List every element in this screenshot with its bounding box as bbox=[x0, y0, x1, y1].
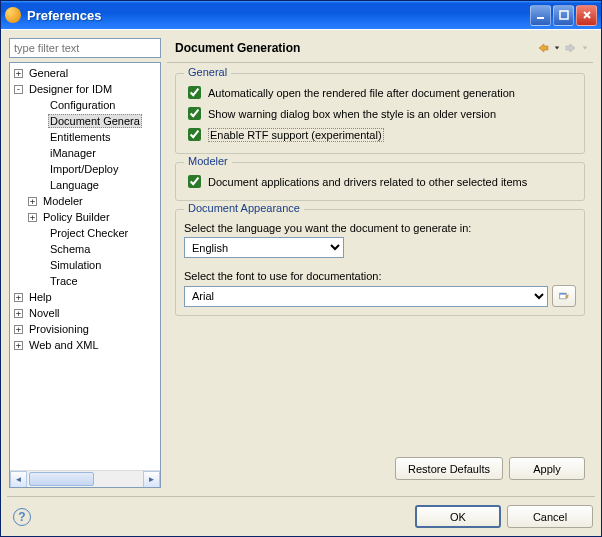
tree-item-label: General bbox=[27, 67, 70, 79]
tree-item-label: Web and XML bbox=[27, 339, 101, 351]
tree-item[interactable]: Schema bbox=[10, 241, 160, 257]
show-warning-label: Show warning dialog box when the style i… bbox=[208, 108, 496, 120]
scroll-right-button[interactable]: ► bbox=[143, 471, 160, 488]
close-button[interactable] bbox=[576, 5, 597, 26]
tree-item[interactable]: -Designer for IDM bbox=[10, 81, 160, 97]
tree-item-label: Document Genera bbox=[48, 114, 142, 128]
cancel-button[interactable]: Cancel bbox=[507, 505, 593, 528]
tree-item[interactable]: +Modeler bbox=[10, 193, 160, 209]
tree-item[interactable]: +Help bbox=[10, 289, 160, 305]
restore-defaults-button[interactable]: Restore Defaults bbox=[395, 457, 503, 480]
tree-item[interactable]: Entitlements bbox=[10, 129, 160, 145]
window-title: Preferences bbox=[27, 8, 530, 23]
tree-item[interactable]: +Policy Builder bbox=[10, 209, 160, 225]
content: +General-Designer for IDMConfigurationDo… bbox=[1, 29, 601, 536]
tree-item-label: Novell bbox=[27, 307, 62, 319]
document-apps-label: Document applications and drivers relate… bbox=[208, 176, 527, 188]
expand-icon[interactable]: + bbox=[14, 341, 23, 350]
tree-item-label: Schema bbox=[48, 243, 92, 255]
auto-open-checkbox-row[interactable]: Automatically open the rendered file aft… bbox=[184, 82, 576, 103]
titlebar[interactable]: Preferences bbox=[1, 1, 601, 29]
expand-icon[interactable]: + bbox=[28, 213, 37, 222]
tree-item-label: iManager bbox=[48, 147, 98, 159]
tree-item-label: Language bbox=[48, 179, 101, 191]
group-appearance-label: Document Appearance bbox=[184, 202, 304, 214]
tree-item[interactable]: Configuration bbox=[10, 97, 160, 113]
tree-item[interactable]: iManager bbox=[10, 145, 160, 161]
tree-item[interactable]: +Web and XML bbox=[10, 337, 160, 353]
expand-icon[interactable]: + bbox=[14, 309, 23, 318]
minimize-button[interactable] bbox=[530, 5, 551, 26]
group-general: General Automatically open the rendered … bbox=[175, 73, 585, 154]
tree-item-label: Designer for IDM bbox=[27, 83, 114, 95]
expand-icon[interactable]: + bbox=[28, 197, 37, 206]
collapse-icon[interactable]: - bbox=[14, 85, 23, 94]
tree-item-label: Help bbox=[27, 291, 54, 303]
show-warning-checkbox-row[interactable]: Show warning dialog box when the style i… bbox=[184, 103, 576, 124]
page-title: Document Generation bbox=[175, 41, 533, 55]
tree: +General-Designer for IDMConfigurationDo… bbox=[9, 62, 161, 488]
auto-open-checkbox[interactable] bbox=[188, 86, 201, 99]
footer: ? OK Cancel bbox=[1, 497, 601, 536]
tree-item[interactable]: +General bbox=[10, 65, 160, 81]
language-select-label: Select the language you want the documen… bbox=[184, 222, 576, 234]
expand-icon[interactable]: + bbox=[14, 69, 23, 78]
group-modeler: Modeler Document applications and driver… bbox=[175, 162, 585, 201]
tree-item[interactable]: +Provisioning bbox=[10, 321, 160, 337]
tree-item[interactable]: Language bbox=[10, 177, 160, 193]
scroll-left-button[interactable]: ◄ bbox=[10, 471, 27, 488]
tree-item-label: Provisioning bbox=[27, 323, 91, 335]
tree-item[interactable]: +Novell bbox=[10, 305, 160, 321]
left-pane: +General-Designer for IDMConfigurationDo… bbox=[9, 38, 161, 488]
document-apps-checkbox[interactable] bbox=[188, 175, 201, 188]
font-select-label: Select the font to use for documentation… bbox=[184, 270, 576, 282]
font-preferences-button[interactable] bbox=[552, 285, 576, 307]
ok-button[interactable]: OK bbox=[415, 505, 501, 528]
svg-rect-1 bbox=[560, 11, 568, 19]
group-modeler-label: Modeler bbox=[184, 155, 232, 167]
tree-item-label: Import/Deploy bbox=[48, 163, 120, 175]
app-icon bbox=[5, 7, 21, 23]
enable-rtf-checkbox[interactable] bbox=[188, 128, 201, 141]
nav-forward-menu-icon bbox=[581, 40, 589, 56]
language-select[interactable]: English bbox=[184, 237, 344, 258]
tree-item[interactable]: Document Genera bbox=[10, 113, 160, 129]
right-pane: Document Generation bbox=[167, 38, 593, 488]
tree-item-label: Entitlements bbox=[48, 131, 113, 143]
tree-item-label: Trace bbox=[48, 275, 80, 287]
svg-rect-0 bbox=[537, 17, 544, 19]
scroll-thumb[interactable] bbox=[29, 472, 94, 486]
font-select[interactable]: Arial bbox=[184, 286, 548, 307]
expand-icon[interactable]: + bbox=[14, 325, 23, 334]
group-appearance: Document Appearance Select the language … bbox=[175, 209, 585, 316]
horizontal-scrollbar[interactable]: ◄ ► bbox=[10, 470, 160, 487]
tree-item[interactable]: Simulation bbox=[10, 257, 160, 273]
tree-item-label: Modeler bbox=[41, 195, 85, 207]
svg-rect-3 bbox=[560, 293, 566, 294]
tree-item[interactable]: Import/Deploy bbox=[10, 161, 160, 177]
enable-rtf-checkbox-row[interactable]: Enable RTF support (experimental) bbox=[184, 124, 576, 145]
tree-item[interactable]: Trace bbox=[10, 273, 160, 289]
tree-item-label: Simulation bbox=[48, 259, 103, 271]
document-apps-checkbox-row[interactable]: Document applications and drivers relate… bbox=[184, 171, 576, 192]
preferences-window: Preferences +General-Designer for IDMCon… bbox=[0, 0, 602, 537]
filter-input[interactable] bbox=[9, 38, 161, 58]
tree-item-label: Configuration bbox=[48, 99, 117, 111]
show-warning-checkbox[interactable] bbox=[188, 107, 201, 120]
enable-rtf-label: Enable RTF support (experimental) bbox=[208, 128, 384, 142]
apply-button[interactable]: Apply bbox=[509, 457, 585, 480]
tree-item[interactable]: Project Checker bbox=[10, 225, 160, 241]
tree-item-label: Policy Builder bbox=[41, 211, 112, 223]
auto-open-label: Automatically open the rendered file aft… bbox=[208, 87, 515, 99]
maximize-button[interactable] bbox=[553, 5, 574, 26]
group-general-label: General bbox=[184, 66, 231, 78]
nav-back-button[interactable] bbox=[535, 40, 551, 56]
nav-forward-button[interactable] bbox=[563, 40, 579, 56]
nav-back-menu-icon[interactable] bbox=[553, 40, 561, 56]
help-icon[interactable]: ? bbox=[13, 508, 31, 526]
tree-item-label: Project Checker bbox=[48, 227, 130, 239]
expand-icon[interactable]: + bbox=[14, 293, 23, 302]
